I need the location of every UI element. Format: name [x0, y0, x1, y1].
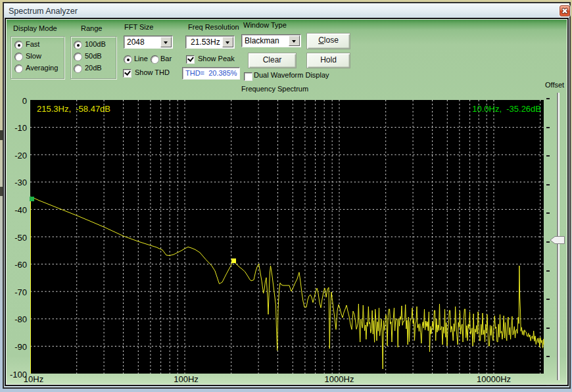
svg-text:215.3Hz, -58.47dB: 215.3Hz, -58.47dB	[37, 104, 110, 114]
svg-text:10.0Hz, -35.26dB: 10.0Hz, -35.26dB	[472, 104, 541, 114]
